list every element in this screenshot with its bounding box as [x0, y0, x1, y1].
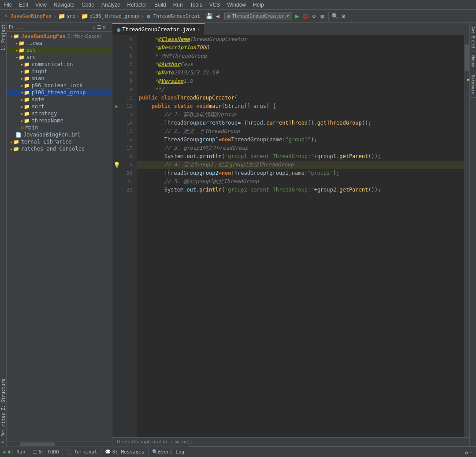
- project-filter-icon[interactable]: ☰: [97, 24, 101, 30]
- project-close-icon[interactable]: −: [107, 24, 110, 30]
- ln-20: 20: [121, 169, 134, 177]
- todo-tab-icon: ☰: [33, 449, 37, 455]
- run-config[interactable]: ● ThreadGroupCreator ▾: [224, 12, 292, 20]
- bottom-minimize-icon[interactable]: −: [469, 450, 472, 456]
- tab-close-icon[interactable]: ✕: [197, 27, 200, 32]
- tree-iml[interactable]: 📄 JavaGaoBingFan.iml: [7, 131, 112, 138]
- menu-window[interactable]: Window: [223, 2, 249, 8]
- structure-tab-label[interactable]: Z: Structure: [0, 377, 6, 412]
- editor-tab-bar: ● ThreadGroupCreator.java ✕: [112, 23, 469, 35]
- menu-refactor[interactable]: Refactor: [124, 2, 151, 8]
- gutter-20: [112, 169, 121, 177]
- breadcrumb-pkg: p106_thread_group: [89, 13, 139, 19]
- project-tree: ▾📁 JavaGaoBingFan E:\WorkSpace\ ▸📁 .idea…: [7, 32, 112, 442]
- tree-communication[interactable]: ▸📁 communication: [7, 61, 112, 68]
- bottom-gear-icon[interactable]: ⚙: [465, 450, 468, 456]
- menu-analyze[interactable]: Analyze: [98, 2, 124, 8]
- tree-external-label: ternal Libraries: [21, 139, 72, 145]
- settings-button[interactable]: ⚙: [340, 13, 347, 20]
- editor-scrollbar[interactable]: [464, 35, 469, 437]
- p106-folder-icon: ▾📁: [21, 90, 30, 96]
- dock-run-tab[interactable]: 4: Run: [0, 428, 6, 445]
- event-log-icon: 🔍: [152, 449, 158, 455]
- menu-run[interactable]: Run: [170, 2, 186, 8]
- tree-out[interactable]: ▸📁 out: [7, 47, 112, 54]
- coverage-button[interactable]: ⚙: [310, 13, 317, 20]
- ln-7: 7: [121, 60, 134, 69]
- terminal-tab[interactable]: ⬛ Terminal: [63, 446, 101, 457]
- right-tab-maven[interactable]: Maven: [470, 52, 476, 71]
- breadcrumb-method: main(): [175, 439, 193, 445]
- tree-scratches[interactable]: ▸📁 ratches and Consoles: [7, 145, 112, 152]
- menu-vcs[interactable]: VCS: [206, 2, 224, 8]
- tab-java-icon: ●: [117, 26, 120, 33]
- menu-tools[interactable]: Tools: [186, 2, 206, 8]
- project-tab-label[interactable]: 1: Project: [0, 23, 6, 52]
- tree-src[interactable]: ▾📁 src: [7, 54, 112, 61]
- menu-help[interactable]: Help: [249, 2, 268, 8]
- gutter-8: [112, 69, 121, 77]
- p96-folder-icon: ▸📁: [21, 83, 30, 88]
- gutter-22: [112, 186, 121, 194]
- ln-10: 10: [121, 85, 134, 94]
- run-tab[interactable]: ▶ 4: Run: [0, 446, 29, 457]
- tree-main-label: Main: [26, 125, 38, 131]
- tree-external[interactable]: ▸📁 ternal Libraries: [7, 138, 112, 145]
- messages-tab[interactable]: 💬 0: Messages: [101, 446, 149, 457]
- messages-tab-icon: 💬: [105, 449, 111, 455]
- project-gear-icon[interactable]: ⚙: [103, 24, 106, 30]
- gutter-17: [112, 144, 121, 152]
- menu-navigate[interactable]: Navigate: [50, 2, 78, 8]
- ln-5: 5: [121, 44, 134, 52]
- right-tab-ant[interactable]: Ant Build: [470, 23, 476, 52]
- code-line-9: * @Version 1.0: [137, 77, 464, 85]
- editor-tab-threadgroup[interactable]: ● ThreadGroupCreator.java ✕: [112, 23, 205, 35]
- run-config-label: ThreadGroupCreator: [232, 13, 284, 19]
- back-icon[interactable]: ◀: [214, 13, 221, 20]
- line-numbers: 4 5 6 7 8 9 10 11 12 13 14 15 16 17 18 1…: [121, 35, 137, 437]
- code-lines[interactable]: * @ClassName ThreadGroupCreator * @Descr…: [137, 35, 464, 437]
- project-sync-icon[interactable]: ⊕: [93, 24, 96, 30]
- code-line-16: ThreadGroup group1 = new ThreadGroup( na…: [137, 136, 464, 144]
- menu-file[interactable]: File: [0, 2, 15, 8]
- ln-21: 21: [121, 177, 134, 186]
- gutter-run-12[interactable]: ▶: [112, 102, 121, 111]
- tree-sort[interactable]: ▸📁 sort: [7, 103, 112, 110]
- run-button[interactable]: ▶: [294, 13, 301, 20]
- todo-tab[interactable]: ☰ 6: TODO: [29, 446, 63, 457]
- code-line-20: ThreadGroup group2 = new ThreadGroup(gro…: [137, 169, 464, 177]
- tree-main[interactable]: © Main: [7, 124, 112, 131]
- tree-scratches-label: ratches and Consoles: [21, 146, 85, 152]
- project-scrollbar[interactable]: [7, 442, 112, 446]
- menu-build[interactable]: Build: [151, 2, 170, 8]
- save-icon[interactable]: 💾: [206, 13, 213, 20]
- project-scrollbar-thumb: [20, 442, 55, 446]
- tree-safe[interactable]: ▸📁 safe: [7, 96, 112, 103]
- right-tab-database[interactable]: Database: [470, 71, 476, 98]
- src-folder-icon2: ▾📁: [15, 55, 25, 60]
- tree-threadname[interactable]: ▸📁 threadName: [7, 117, 112, 124]
- search-button[interactable]: 🔍: [331, 13, 338, 20]
- tree-p96[interactable]: ▸📁 p96_boolean_lock: [7, 82, 112, 89]
- ln-8: 8: [121, 69, 134, 77]
- tree-mian[interactable]: ▸📁 mian: [7, 75, 112, 82]
- event-log-label: Event Log: [158, 449, 185, 455]
- tree-root[interactable]: ▾📁 JavaGaoBingFan E:\WorkSpace\: [7, 33, 112, 40]
- debug-button[interactable]: 🐞: [302, 13, 309, 20]
- tree-fight-label: fight: [32, 68, 48, 74]
- code-line-19: // 4. 定义Group2，指定group1为父ThreadGroup: [137, 161, 464, 169]
- project-name: JavaGaoBingFan: [11, 13, 52, 19]
- tree-fight[interactable]: ▸📁 fight: [7, 68, 112, 75]
- menu-code[interactable]: Code: [78, 2, 98, 8]
- tree-p106[interactable]: ▾📁 p106_thread_group: [7, 89, 112, 96]
- messages-tab-label: 0: Messages: [112, 449, 145, 455]
- menu-view[interactable]: View: [32, 2, 50, 8]
- menu-edit[interactable]: Edit: [15, 2, 32, 8]
- event-log-tab[interactable]: 🔍 Event Log: [149, 449, 188, 455]
- stop-button[interactable]: ■: [319, 13, 326, 20]
- tree-idea[interactable]: ▸📁 .idea: [7, 40, 112, 47]
- tree-strategy[interactable]: ▸📁 strategy: [7, 110, 112, 117]
- gutter-4: [112, 35, 121, 44]
- gutter-bulb-19[interactable]: 💡: [112, 161, 121, 169]
- tree-root-label: JavaGaoBingFan: [21, 33, 66, 39]
